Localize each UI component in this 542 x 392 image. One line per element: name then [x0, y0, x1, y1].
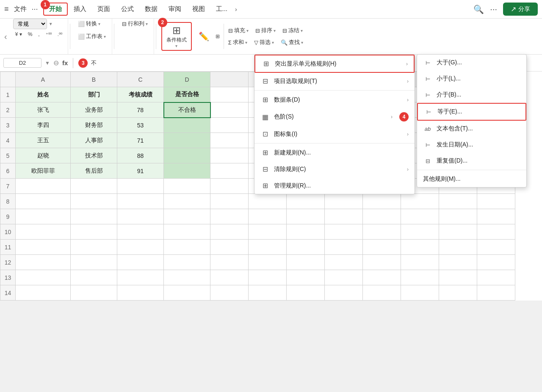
cell-c6[interactable]: 91 [117, 163, 164, 179]
format-select[interactable]: 常规 [13, 19, 47, 29]
menu-item-clear-rules[interactable]: ⊟ 清除规则(C) › [254, 161, 415, 177]
zoom-minus-icon[interactable]: ⊖ [53, 59, 59, 67]
col-header-c[interactable]: C [117, 72, 164, 87]
fill-btn[interactable]: ⊟ 填充 ▾ [226, 25, 251, 36]
tab-page[interactable]: 页面 [92, 3, 115, 15]
convert-btn[interactable]: ⬜ 转换 ▾ [75, 19, 103, 29]
col-header-a[interactable]: A [16, 72, 71, 87]
tab-view[interactable]: 视图 [187, 3, 210, 15]
search-button[interactable]: 🔍 [473, 4, 484, 14]
sep2 [114, 24, 114, 49]
cell-b6[interactable]: 售后部 [71, 163, 117, 179]
sub-menu-item-greater[interactable]: ⊢ 大于(G)... [417, 55, 526, 71]
cell-border-btn[interactable]: ⊞ [213, 33, 222, 40]
step3-badge: 3 [78, 58, 88, 68]
paint-btn[interactable]: ✏️ [195, 30, 213, 43]
cell-a6[interactable]: 欧阳菲菲 [16, 163, 71, 179]
freeze-btn[interactable]: ⊟ 冻结 ▾ [280, 25, 305, 36]
currency-btn[interactable]: ¥ ▾ [13, 31, 24, 38]
file-button[interactable]: 文件 [14, 5, 27, 13]
row-col-btn[interactable]: ⊟ 行和列 ▾ [119, 19, 150, 29]
tab-formula[interactable]: 公式 [116, 3, 139, 15]
cell-c5[interactable]: 88 [117, 148, 164, 163]
find-btn[interactable]: 🔍 查找 ▾ [278, 37, 306, 47]
cell-e4[interactable] [210, 133, 249, 148]
highlight-sub-menu: ⊢ 大于(G)... ⊢ 小于(L)... ⊢ 介于(B)... ⊢ 等于(E)… [417, 54, 527, 188]
equal-label: 等于(E)... [437, 108, 520, 116]
cell-d5[interactable] [164, 148, 210, 163]
menu-item-highlight-rules[interactable]: ⊞ 突出显示单元格规则(H) › [254, 55, 415, 73]
tab-data[interactable]: 数据 [140, 3, 163, 15]
dec-dec-btn[interactable]: .⁰⁰ [55, 31, 64, 38]
convert-group: ⬜ 转换 ▾ ⬜ 工作表 ▾ [72, 19, 112, 54]
worksheet-btn[interactable]: ⬜ 工作表 ▾ [75, 31, 108, 41]
cell-b3[interactable]: 财务部 [71, 118, 117, 133]
cell-e5[interactable] [210, 148, 249, 163]
equal-icon: ⊢ [424, 109, 433, 115]
cell-a1[interactable]: 姓名 [16, 87, 71, 102]
tab-insert[interactable]: 插入 [69, 3, 91, 15]
cell-c1[interactable]: 考核成绩 [117, 87, 164, 102]
share-button[interactable]: ↗ 分享 [503, 3, 538, 16]
cell-a4[interactable]: 王五 [16, 133, 71, 148]
menu-item-data-bar[interactable]: ⊞ 数据条(D) › [254, 91, 415, 108]
cell-b1[interactable]: 部门 [71, 87, 117, 102]
row-col-group: ⊟ 行和列 ▾ [116, 19, 154, 54]
row-num-6: 6 [0, 163, 16, 179]
cell-b2[interactable]: 业务部 [71, 102, 117, 118]
cell-reference-input[interactable]: D2 [3, 58, 41, 68]
sum-btn[interactable]: Σ 求和 ▾ [226, 37, 250, 47]
text-contains-label: 文本包含(T)... [437, 125, 520, 133]
menu-item-color-scale[interactable]: ▦ 色阶(S) › 4 [254, 108, 415, 126]
cell-e2[interactable] [210, 102, 249, 118]
cell-a5[interactable]: 赵晓 [16, 148, 71, 163]
tab-home[interactable]: 开始 1 [43, 3, 68, 16]
cell-a2[interactable]: 张飞 [16, 102, 71, 118]
cell-b4[interactable]: 人事部 [71, 133, 117, 148]
icon-set-label: 图标集(I) [274, 130, 403, 138]
col-header-d[interactable]: D [164, 72, 210, 87]
more-options-button[interactable]: ··· [490, 4, 497, 14]
tab-tools[interactable]: 工... [211, 3, 233, 15]
cell-d6[interactable] [164, 163, 210, 179]
col-header-e[interactable] [210, 72, 249, 87]
cell-c4[interactable]: 71 [117, 133, 164, 148]
menu-item-icon-set[interactable]: ⊡ 图标集(I) › [254, 126, 415, 142]
menu-item-new-rule[interactable]: ⊞ 新建规则(N)... [254, 144, 415, 161]
cell-d2[interactable]: 不合格 [164, 102, 210, 118]
sort-btn[interactable]: ⊟ 排序 ▾ [253, 25, 278, 36]
sub-menu-item-equal[interactable]: ⊢ 等于(E)... [417, 103, 526, 121]
cell-b5[interactable]: 技术部 [71, 148, 117, 163]
percent-btn[interactable]: % [26, 31, 35, 38]
sub-menu-item-between[interactable]: ⊢ 介于(B)... [417, 87, 526, 103]
cell-c3[interactable]: 53 [117, 118, 164, 133]
more-dots[interactable]: ··· [32, 5, 38, 14]
fill-icon: ⊟ [228, 28, 233, 34]
col-header-b[interactable]: B [71, 72, 117, 87]
menu-item-manage-rules[interactable]: ⊞ 管理规则(R)... [254, 177, 415, 194]
sub-menu-item-text-contains[interactable]: ab 文本包含(T)... [417, 121, 526, 137]
dec-inc-btn[interactable]: ⁺⁰⁰ [44, 31, 54, 38]
freeze-icon: ⊟ [282, 28, 287, 34]
sub-menu-item-less[interactable]: ⊢ 小于(L)... [417, 71, 526, 87]
comma-btn[interactable]: , [36, 31, 41, 38]
sep3 [156, 24, 156, 49]
menu-icon[interactable]: ≡ [4, 5, 9, 14]
menu-item-top-rules[interactable]: ⊟ 项目选取规则(T) › [254, 73, 415, 89]
cell-e3[interactable] [210, 118, 249, 133]
cell-c2[interactable]: 78 [117, 102, 164, 118]
cell-e6[interactable] [210, 163, 249, 179]
cell-d4[interactable] [164, 133, 210, 148]
cell-d1[interactable]: 是否合格 [164, 87, 210, 102]
sub-menu-item-date[interactable]: ⊢ 发生日期(A)... [417, 137, 526, 153]
sub-menu-item-more-rules[interactable]: 其他规则(M)... [417, 171, 526, 187]
cell-d3[interactable] [164, 118, 210, 133]
sub-menu-item-duplicate[interactable]: ⊟ 重复值(D)... [417, 153, 526, 169]
cell-a3[interactable]: 李四 [16, 118, 71, 133]
cond-format-button[interactable]: ⊞ 条件格式 ▾ [161, 22, 192, 51]
cell-e1[interactable] [210, 87, 249, 102]
tab-review[interactable]: 审阅 [163, 3, 186, 15]
filter-btn[interactable]: ▽ 筛选 ▾ [252, 37, 277, 47]
tab-expand[interactable]: › [233, 4, 239, 14]
toolbar-back-arrow[interactable]: ‹ [4, 32, 7, 41]
